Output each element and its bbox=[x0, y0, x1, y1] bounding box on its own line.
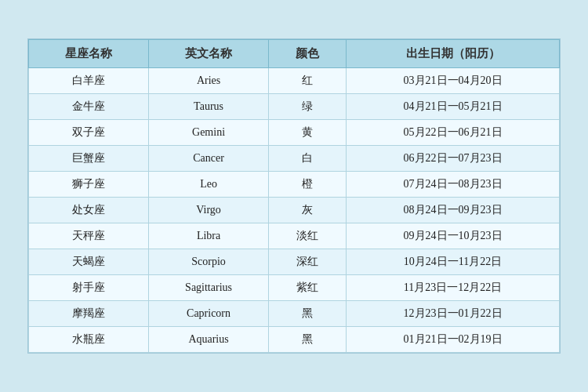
cell-chinese-name: 金牛座 bbox=[29, 94, 149, 120]
table-body: 白羊座Aries红03月21日一04月20日金牛座Taurus绿04月21日一0… bbox=[29, 68, 560, 353]
cell-english-name: Gemini bbox=[149, 120, 269, 146]
table-row: 白羊座Aries红03月21日一04月20日 bbox=[29, 68, 560, 94]
table-row: 处女座Virgo灰08月24日一09月23日 bbox=[29, 198, 560, 223]
table-row: 射手座Sagittarius紫红11月23日一12月22日 bbox=[29, 275, 560, 301]
cell-dates: 03月21日一04月20日 bbox=[347, 68, 560, 94]
cell-chinese-name: 巨蟹座 bbox=[29, 146, 149, 172]
zodiac-table: 星座名称 英文名称 颜色 出生日期（阳历） 白羊座Aries红03月21日一04… bbox=[28, 39, 560, 353]
cell-dates: 06月22日一07月23日 bbox=[347, 146, 560, 172]
cell-color: 白 bbox=[269, 146, 347, 172]
cell-color: 黑 bbox=[269, 301, 347, 327]
cell-chinese-name: 摩羯座 bbox=[29, 301, 149, 327]
cell-color: 橙 bbox=[269, 172, 347, 198]
cell-chinese-name: 天蝎座 bbox=[29, 249, 149, 275]
cell-chinese-name: 射手座 bbox=[29, 275, 149, 301]
header-chinese-name: 星座名称 bbox=[29, 40, 149, 68]
header-english-name: 英文名称 bbox=[149, 40, 269, 68]
cell-english-name: Aquarius bbox=[149, 327, 269, 353]
cell-color: 淡红 bbox=[269, 223, 347, 249]
cell-english-name: Libra bbox=[149, 223, 269, 249]
cell-english-name: Cancer bbox=[149, 146, 269, 172]
cell-color: 绿 bbox=[269, 94, 347, 120]
cell-english-name: Virgo bbox=[149, 198, 269, 223]
cell-color: 灰 bbox=[269, 198, 347, 223]
table-row: 双子座Gemini黄05月22日一06月21日 bbox=[29, 120, 560, 146]
table-row: 天秤座Libra淡红09月24日一10月23日 bbox=[29, 223, 560, 249]
cell-chinese-name: 处女座 bbox=[29, 198, 149, 223]
cell-dates: 01月21日一02月19日 bbox=[347, 327, 560, 353]
cell-english-name: Sagittarius bbox=[149, 275, 269, 301]
table-header-row: 星座名称 英文名称 颜色 出生日期（阳历） bbox=[29, 40, 560, 68]
cell-color: 黑 bbox=[269, 327, 347, 353]
cell-color: 深红 bbox=[269, 249, 347, 275]
cell-english-name: Taurus bbox=[149, 94, 269, 120]
cell-english-name: Capricorn bbox=[149, 301, 269, 327]
zodiac-table-container: 星座名称 英文名称 颜色 出生日期（阳历） 白羊座Aries红03月21日一04… bbox=[27, 38, 561, 354]
cell-english-name: Aries bbox=[149, 68, 269, 94]
table-row: 天蝎座Scorpio深红10月24日一11月22日 bbox=[29, 249, 560, 275]
cell-chinese-name: 狮子座 bbox=[29, 172, 149, 198]
table-row: 金牛座Taurus绿04月21日一05月21日 bbox=[29, 94, 560, 120]
table-row: 水瓶座Aquarius黑01月21日一02月19日 bbox=[29, 327, 560, 353]
header-birth-date: 出生日期（阳历） bbox=[347, 40, 560, 68]
cell-dates: 12月23日一01月22日 bbox=[347, 301, 560, 327]
cell-dates: 04月21日一05月21日 bbox=[347, 94, 560, 120]
cell-dates: 10月24日一11月22日 bbox=[347, 249, 560, 275]
cell-chinese-name: 天秤座 bbox=[29, 223, 149, 249]
cell-chinese-name: 双子座 bbox=[29, 120, 149, 146]
cell-english-name: Leo bbox=[149, 172, 269, 198]
table-row: 狮子座Leo橙07月24日一08月23日 bbox=[29, 172, 560, 198]
cell-english-name: Scorpio bbox=[149, 249, 269, 275]
cell-chinese-name: 水瓶座 bbox=[29, 327, 149, 353]
table-row: 摩羯座Capricorn黑12月23日一01月22日 bbox=[29, 301, 560, 327]
cell-chinese-name: 白羊座 bbox=[29, 68, 149, 94]
header-color: 颜色 bbox=[269, 40, 347, 68]
cell-color: 紫红 bbox=[269, 275, 347, 301]
cell-dates: 05月22日一06月21日 bbox=[347, 120, 560, 146]
cell-dates: 09月24日一10月23日 bbox=[347, 223, 560, 249]
cell-dates: 08月24日一09月23日 bbox=[347, 198, 560, 223]
cell-color: 红 bbox=[269, 68, 347, 94]
cell-dates: 11月23日一12月22日 bbox=[347, 275, 560, 301]
cell-dates: 07月24日一08月23日 bbox=[347, 172, 560, 198]
table-row: 巨蟹座Cancer白06月22日一07月23日 bbox=[29, 146, 560, 172]
cell-color: 黄 bbox=[269, 120, 347, 146]
